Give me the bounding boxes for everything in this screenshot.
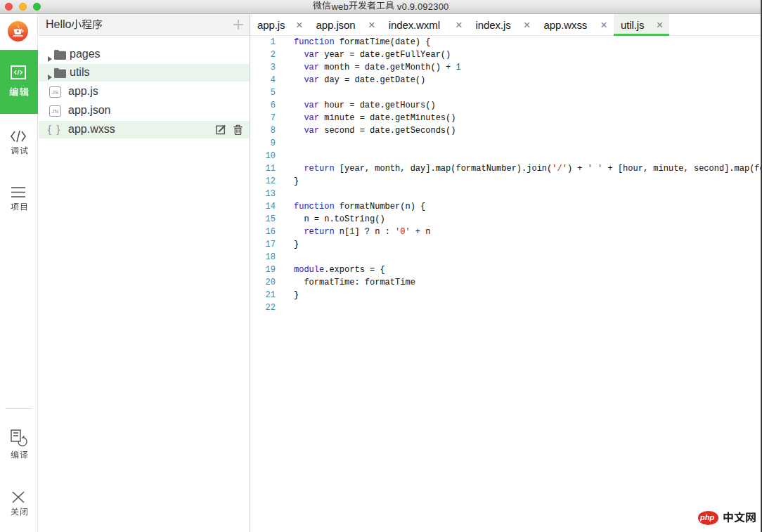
svg-text:JN: JN	[52, 108, 59, 115]
svg-text:JS: JS	[52, 89, 58, 96]
